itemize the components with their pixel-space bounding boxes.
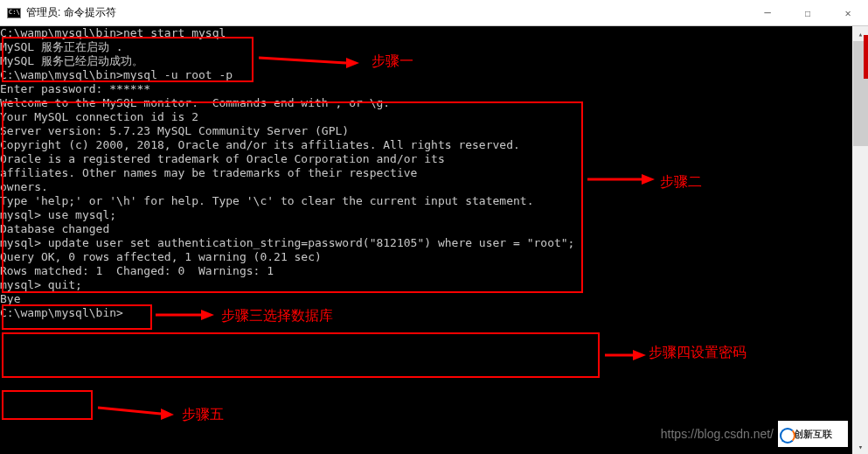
- terminal-line: C:\wamp\mysql\bin>net start mysql: [0, 26, 852, 40]
- terminal-line: Your MySQL connection id is 2: [0, 110, 852, 124]
- svg-marker-9: [161, 409, 174, 420]
- close-button[interactable]: ✕: [828, 0, 868, 26]
- annotation-label-step1: 步骤一: [372, 54, 413, 68]
- terminal-line: Welcome to the MySQL monitor. Commands e…: [0, 96, 852, 110]
- annotation-box-step5: [2, 390, 93, 420]
- annotation-label-step4: 步骤四设置密码: [649, 346, 746, 360]
- window-title: 管理员: 命令提示符: [26, 5, 116, 20]
- terminal-line: mysql> use mysql;: [0, 208, 852, 222]
- terminal-line: Server version: 5.7.23 MySQL Community S…: [0, 124, 852, 138]
- annotation-label-step2: 步骤二: [660, 175, 702, 189]
- terminal-line: mysql> update user set authentication_st…: [0, 236, 852, 250]
- terminal-line: mysql> quit;: [0, 278, 852, 292]
- window-titlebar: 管理员: 命令提示符 ─ ☐ ✕: [0, 0, 868, 26]
- minimize-button[interactable]: ─: [747, 0, 788, 26]
- terminal-line: C:\wamp\mysql\bin>mysql -u root -p: [0, 68, 852, 82]
- arrow-icon: [98, 401, 177, 422]
- cmd-icon: [7, 8, 21, 18]
- watermark-text: https://blog.csdn.net/: [661, 427, 774, 441]
- terminal-line: Query OK, 0 rows affected, 1 warning (0.…: [0, 250, 852, 264]
- terminal-line: Enter password: ******: [0, 82, 852, 96]
- terminal-line: affiliates. Other names may be trademark…: [0, 166, 852, 180]
- terminal-line: Rows matched: 1 Changed: 0 Warnings: 1: [0, 264, 852, 278]
- scrollbar-down-icon[interactable]: ▾: [853, 439, 868, 454]
- terminal-line: Type 'help;' or '\h' for help. Type '\c'…: [0, 194, 852, 208]
- terminal-line: C:\wamp\mysql\bin>: [0, 306, 852, 320]
- terminal-line: Database changed: [0, 222, 852, 236]
- terminal-line: Oracle is a registered trademark of Orac…: [0, 152, 852, 166]
- terminal-line: Copyright (c) 2000, 2018, Oracle and/or …: [0, 138, 852, 152]
- terminal-line: MySQL 服务已经启动成功。: [0, 54, 852, 68]
- arrow-icon: [605, 348, 649, 362]
- terminal-area[interactable]: C:\wamp\mysql\bin>net start mysql MySQL …: [0, 26, 852, 454]
- svg-line-8: [98, 408, 161, 414]
- vertical-scrollbar[interactable]: ▴ ▾: [853, 26, 868, 454]
- terminal-line: MySQL 服务正在启动 .: [0, 40, 852, 54]
- annotation-box-step4: [2, 332, 600, 378]
- logo-badge: 创新互联: [778, 421, 848, 447]
- svg-marker-7: [633, 350, 646, 360]
- window-controls: ─ ☐ ✕: [747, 0, 868, 26]
- terminal-content: C:\wamp\mysql\bin>net start mysql MySQL …: [0, 26, 852, 320]
- maximize-button[interactable]: ☐: [788, 0, 828, 26]
- terminal-line: owners.: [0, 180, 852, 194]
- annotation-label-step3: 步骤三选择数据库: [221, 309, 333, 323]
- annotation-label-step5: 步骤五: [182, 408, 224, 422]
- side-decoration: [864, 35, 868, 79]
- terminal-line: Bye: [0, 292, 852, 306]
